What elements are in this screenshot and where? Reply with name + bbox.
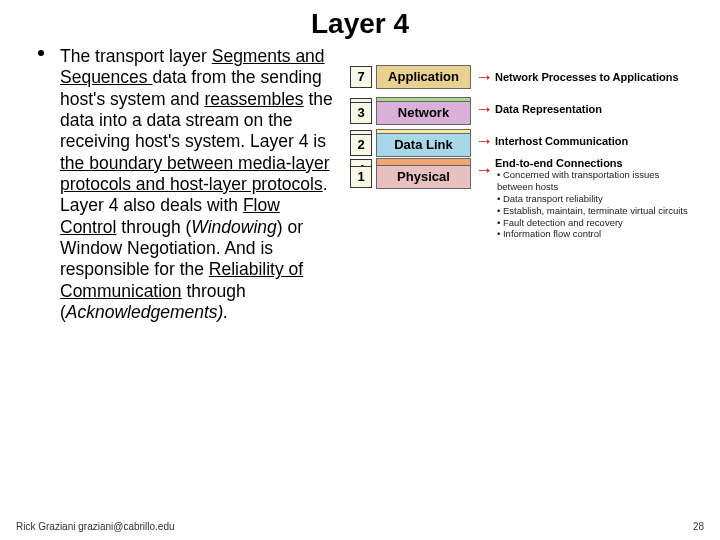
layer-name: Application [376,65,471,89]
arrow-icon: → [475,67,493,88]
arrow-icon: → [475,160,493,181]
layer-row-7: 7Application→Network Processes to Applic… [350,62,690,92]
layer-name: Network [376,101,471,125]
layer-number: 7 [350,66,372,88]
layer-number: 1 [350,166,372,188]
left-column: The transport layer Segments and Sequenc… [10,46,340,323]
layer-number: 2 [350,134,372,156]
right-column: 7Application→Network Processes to Applic… [340,46,710,323]
layer-number: 3 [350,102,372,124]
footer: Rick Graziani graziani@cabrillo.edu 28 [16,521,704,532]
layer-row-3: 3Network [350,98,475,128]
osi-diagram: 7Application→Network Processes to Applic… [350,62,690,192]
layer-desc: Data Representation [495,104,690,115]
footer-page-number: 28 [693,521,704,532]
layer-notes: Concerned with transportation issues bet… [495,169,690,240]
arrow-icon: → [475,131,493,152]
layer-row-1: 1Physical [350,162,475,192]
body-paragraph: The transport layer Segments and Sequenc… [60,46,340,323]
bullet-icon [38,50,44,56]
arrow-icon: → [475,99,493,120]
layer-desc: Network Processes to Applications [495,72,690,83]
layer-desc: Interhost Communication [495,136,690,147]
layer-desc: End-to-end Connections [495,158,690,169]
layer-name: Data Link [376,133,471,157]
layer-name: Physical [376,165,471,189]
layer-row-2: 2Data Link [350,130,475,160]
slide-title: Layer 4 [0,0,720,46]
content-area: The transport layer Segments and Sequenc… [0,46,720,323]
footer-author: Rick Graziani graziani@cabrillo.edu [16,521,175,532]
